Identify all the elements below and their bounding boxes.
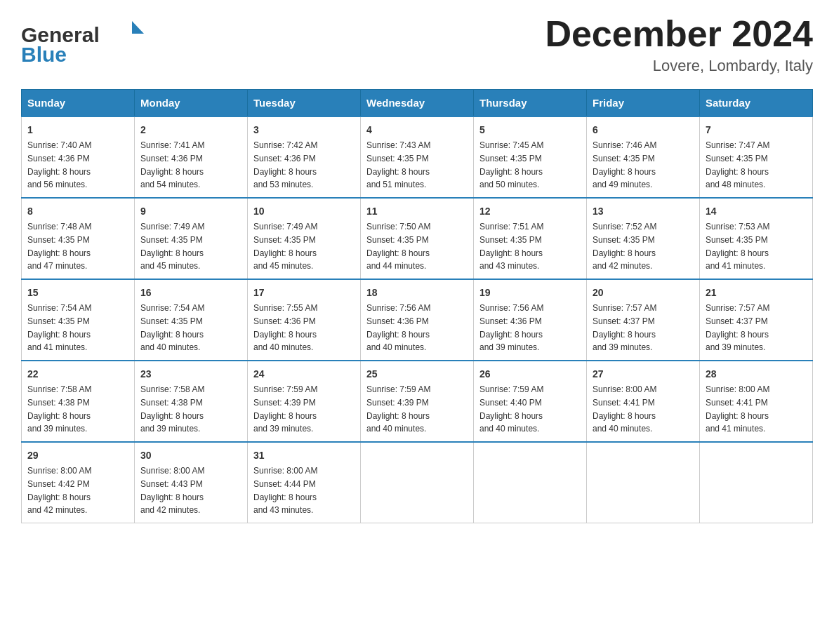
day-number: 2 — [140, 123, 241, 137]
day-number: 6 — [593, 123, 694, 137]
day-cell-16: 16Sunrise: 7:54 AMSunset: 4:35 PMDayligh… — [135, 279, 248, 361]
day-cell-19: 19Sunrise: 7:56 AMSunset: 4:36 PMDayligh… — [474, 279, 587, 361]
weekday-header-sunday: Sunday — [22, 90, 135, 117]
day-number: 9 — [140, 204, 241, 219]
day-cell-29: 29Sunrise: 8:00 AMSunset: 4:42 PMDayligh… — [22, 442, 135, 523]
week-row-4: 22Sunrise: 7:58 AMSunset: 4:38 PMDayligh… — [22, 361, 813, 442]
day-number: 1 — [27, 123, 128, 137]
day-cell-5: 5Sunrise: 7:45 AMSunset: 4:35 PMDaylight… — [474, 116, 587, 198]
day-info: Sunrise: 8:00 AMSunset: 4:43 PMDaylight:… — [140, 466, 204, 515]
day-info: Sunrise: 7:48 AMSunset: 4:35 PMDaylight:… — [27, 222, 91, 271]
day-info: Sunrise: 7:56 AMSunset: 4:36 PMDaylight:… — [366, 303, 430, 352]
day-cell-25: 25Sunrise: 7:59 AMSunset: 4:39 PMDayligh… — [361, 361, 474, 442]
day-info: Sunrise: 7:45 AMSunset: 4:35 PMDaylight:… — [479, 140, 543, 189]
week-row-5: 29Sunrise: 8:00 AMSunset: 4:42 PMDayligh… — [22, 442, 813, 523]
day-cell-31: 31Sunrise: 8:00 AMSunset: 4:44 PMDayligh… — [248, 442, 361, 523]
day-cell-11: 11Sunrise: 7:50 AMSunset: 4:35 PMDayligh… — [361, 198, 474, 279]
day-cell-10: 10Sunrise: 7:49 AMSunset: 4:35 PMDayligh… — [248, 198, 361, 279]
title-area: December 2024 Lovere, Lombardy, Italy — [545, 14, 813, 75]
day-info: Sunrise: 8:00 AMSunset: 4:41 PMDaylight:… — [706, 384, 769, 434]
day-number: 3 — [253, 123, 355, 137]
day-cell-1: 1Sunrise: 7:40 AMSunset: 4:36 PMDaylight… — [22, 116, 135, 198]
week-row-1: 1Sunrise: 7:40 AMSunset: 4:36 PMDaylight… — [22, 116, 813, 198]
day-info: Sunrise: 7:59 AMSunset: 4:39 PMDaylight:… — [253, 384, 317, 434]
day-cell-20: 20Sunrise: 7:57 AMSunset: 4:37 PMDayligh… — [587, 279, 700, 361]
day-number: 11 — [366, 204, 468, 219]
day-number: 29 — [27, 448, 128, 463]
day-cell-9: 9Sunrise: 7:49 AMSunset: 4:35 PMDaylight… — [135, 198, 248, 279]
weekday-header-tuesday: Tuesday — [248, 90, 361, 117]
day-info: Sunrise: 7:55 AMSunset: 4:36 PMDaylight:… — [253, 303, 317, 352]
day-cell-6: 6Sunrise: 7:46 AMSunset: 4:35 PMDaylight… — [587, 116, 700, 198]
weekday-header-row: SundayMondayTuesdayWednesdayThursdayFrid… — [22, 90, 813, 117]
weekday-header-saturday: Saturday — [700, 90, 813, 117]
day-number: 27 — [593, 367, 694, 382]
day-number: 13 — [593, 204, 694, 219]
day-number: 8 — [27, 204, 128, 219]
empty-cell — [361, 442, 474, 523]
day-info: Sunrise: 7:40 AMSunset: 4:36 PMDaylight:… — [27, 140, 91, 189]
day-info: Sunrise: 7:46 AMSunset: 4:35 PMDaylight:… — [593, 140, 656, 189]
day-info: Sunrise: 7:43 AMSunset: 4:35 PMDaylight:… — [366, 140, 430, 189]
svg-text:Blue: Blue — [21, 43, 67, 63]
day-number: 22 — [27, 367, 128, 382]
day-number: 25 — [366, 367, 468, 382]
day-info: Sunrise: 8:00 AMSunset: 4:44 PMDaylight:… — [253, 466, 317, 515]
day-cell-4: 4Sunrise: 7:43 AMSunset: 4:35 PMDaylight… — [361, 116, 474, 198]
empty-cell — [700, 442, 813, 523]
month-title: December 2024 — [545, 14, 813, 54]
location-title: Lovere, Lombardy, Italy — [545, 57, 813, 75]
day-info: Sunrise: 7:56 AMSunset: 4:36 PMDaylight:… — [479, 303, 543, 352]
day-info: Sunrise: 7:49 AMSunset: 4:35 PMDaylight:… — [140, 222, 204, 271]
day-number: 21 — [706, 286, 807, 300]
day-cell-14: 14Sunrise: 7:53 AMSunset: 4:35 PMDayligh… — [700, 198, 813, 279]
day-info: Sunrise: 7:47 AMSunset: 4:35 PMDaylight:… — [706, 140, 769, 189]
day-info: Sunrise: 7:58 AMSunset: 4:38 PMDaylight:… — [140, 384, 204, 434]
day-info: Sunrise: 7:50 AMSunset: 4:35 PMDaylight:… — [366, 222, 430, 271]
day-cell-12: 12Sunrise: 7:51 AMSunset: 4:35 PMDayligh… — [474, 198, 587, 279]
empty-cell — [587, 442, 700, 523]
weekday-header-monday: Monday — [135, 90, 248, 117]
day-info: Sunrise: 7:54 AMSunset: 4:35 PMDaylight:… — [27, 303, 91, 352]
day-cell-28: 28Sunrise: 8:00 AMSunset: 4:41 PMDayligh… — [700, 361, 813, 442]
day-cell-24: 24Sunrise: 7:59 AMSunset: 4:39 PMDayligh… — [248, 361, 361, 442]
svg-marker-1 — [132, 21, 144, 34]
day-cell-17: 17Sunrise: 7:55 AMSunset: 4:36 PMDayligh… — [248, 279, 361, 361]
day-number: 30 — [140, 448, 241, 463]
day-info: Sunrise: 7:51 AMSunset: 4:35 PMDaylight:… — [479, 222, 543, 271]
day-info: Sunrise: 7:52 AMSunset: 4:35 PMDaylight:… — [593, 222, 656, 271]
day-number: 12 — [479, 204, 581, 219]
calendar-table: SundayMondayTuesdayWednesdayThursdayFrid… — [21, 89, 813, 523]
day-cell-22: 22Sunrise: 7:58 AMSunset: 4:38 PMDayligh… — [22, 361, 135, 442]
day-cell-27: 27Sunrise: 8:00 AMSunset: 4:41 PMDayligh… — [587, 361, 700, 442]
day-cell-3: 3Sunrise: 7:42 AMSunset: 4:36 PMDaylight… — [248, 116, 361, 198]
weekday-header-friday: Friday — [587, 90, 700, 117]
day-info: Sunrise: 7:41 AMSunset: 4:36 PMDaylight:… — [140, 140, 204, 189]
day-info: Sunrise: 7:57 AMSunset: 4:37 PMDaylight:… — [706, 303, 769, 352]
day-number: 19 — [479, 286, 581, 300]
day-info: Sunrise: 7:58 AMSunset: 4:38 PMDaylight:… — [27, 384, 91, 434]
weekday-header-thursday: Thursday — [474, 90, 587, 117]
day-number: 28 — [706, 367, 807, 382]
week-row-3: 15Sunrise: 7:54 AMSunset: 4:35 PMDayligh… — [22, 279, 813, 361]
weekday-header-wednesday: Wednesday — [361, 90, 474, 117]
day-cell-18: 18Sunrise: 7:56 AMSunset: 4:36 PMDayligh… — [361, 279, 474, 361]
day-number: 31 — [253, 448, 355, 463]
day-info: Sunrise: 7:53 AMSunset: 4:35 PMDaylight:… — [706, 222, 769, 271]
logo-svg: General Blue — [21, 14, 154, 63]
day-number: 20 — [593, 286, 694, 300]
day-number: 24 — [253, 367, 355, 382]
day-cell-2: 2Sunrise: 7:41 AMSunset: 4:36 PMDaylight… — [135, 116, 248, 198]
day-number: 17 — [253, 286, 355, 300]
week-row-2: 8Sunrise: 7:48 AMSunset: 4:35 PMDaylight… — [22, 198, 813, 279]
day-cell-15: 15Sunrise: 7:54 AMSunset: 4:35 PMDayligh… — [22, 279, 135, 361]
day-cell-30: 30Sunrise: 8:00 AMSunset: 4:43 PMDayligh… — [135, 442, 248, 523]
day-number: 4 — [366, 123, 468, 137]
day-number: 23 — [140, 367, 241, 382]
day-number: 5 — [479, 123, 581, 137]
day-number: 10 — [253, 204, 355, 219]
day-info: Sunrise: 7:42 AMSunset: 4:36 PMDaylight:… — [253, 140, 317, 189]
day-number: 14 — [706, 204, 807, 219]
day-info: Sunrise: 7:57 AMSunset: 4:37 PMDaylight:… — [593, 303, 656, 352]
day-number: 15 — [27, 286, 128, 300]
